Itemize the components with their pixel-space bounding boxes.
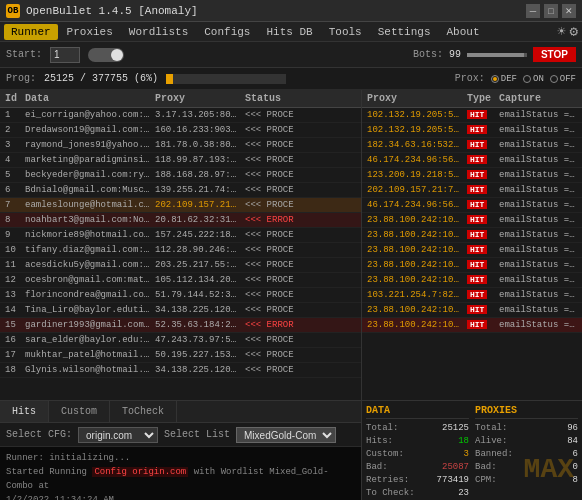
col-data: Data: [23, 92, 153, 105]
menu-runner[interactable]: Runner: [4, 24, 58, 40]
table-row: 202.109.157.21:7890HITemailStatus = VER: [362, 183, 582, 198]
table-row: 5beckyeder@gmail.com:ryhior-xajgU188.168…: [0, 168, 361, 183]
bots-label: Bots:: [413, 49, 443, 60]
table-row: 14Tina_Liro@baylor.edutionadegt34.138.22…: [0, 303, 361, 318]
table-row: 23.88.100.242:10010HITemailStatus = VER: [362, 318, 582, 333]
window-title: OpenBullet 1.4.5 [Anomaly]: [26, 5, 198, 17]
log-line: 1/2/2022 11:34:24 AM.: [6, 493, 355, 500]
data-stats-header: DATA: [366, 405, 469, 419]
tabs-row: Hits Custom ToCheck: [0, 401, 361, 423]
table-row: 46.174.234.96:5678HITemailStatus = UNI: [362, 198, 582, 213]
wl-label: Select List: [164, 429, 230, 440]
table-row: 11acesdicku5y@gmail.com:champ3203.25.217…: [0, 258, 361, 273]
menu-configs[interactable]: Configs: [197, 24, 257, 40]
stat-total: Total: 25125: [366, 422, 469, 435]
table-row: 18Glynis.wilson@hotmail.com:Biscuit034.1…: [0, 363, 361, 378]
stat-hits: Hits: 18: [366, 435, 469, 448]
col-type: Type: [465, 92, 497, 105]
stat-retries: Retries: 773419: [366, 474, 469, 487]
app-icon: OB: [6, 4, 20, 18]
table-row: 9nickmorie89@hotmail.com:flashy123157.24…: [0, 228, 361, 243]
log-area: Runner: initializing... Started Running …: [0, 447, 361, 500]
start-label: Start:: [6, 49, 42, 60]
table-row: 2Dredawson19@gmail.com:Wolfpac160.16.233…: [0, 123, 361, 138]
table-row: 23.88.100.242:10010HITemailStatus = VER: [362, 303, 582, 318]
table-row: 23.88.100.242:10010HITemailStatus = VER: [362, 273, 582, 288]
progress-bar: [166, 74, 286, 84]
cfg-label: Select CFG:: [6, 429, 72, 440]
proxy-on-radio[interactable]: ON: [523, 74, 544, 84]
menu-settings[interactable]: Settings: [371, 24, 438, 40]
menu-proxies[interactable]: Proxies: [60, 24, 120, 40]
table-row: 23.88.100.242:10010HITemailStatus = VER: [362, 243, 582, 258]
stop-button[interactable]: STOP: [533, 47, 576, 62]
title-bar: OB OpenBullet 1.4.5 [Anomaly] ─ □ ✕: [0, 0, 582, 22]
menu-tools[interactable]: Tools: [322, 24, 369, 40]
table-row: 16sara_elder@baylor.edu:baylor2247.243.7…: [0, 333, 361, 348]
data-stats: DATA Total: 25125 Hits: 18 Custom: 3 Ba: [366, 405, 469, 500]
table-row: 17mukhtar_patel@hotmail.com:mavfu50.195.…: [0, 348, 361, 363]
proxy-off-radio[interactable]: OFF: [550, 74, 576, 84]
prox-total: Total: 96: [475, 422, 578, 435]
prox-alive: Alive: 84: [475, 435, 578, 448]
table-row: 7eamleslounge@hotmail.com:Dupers202.109.…: [0, 198, 361, 213]
wl-select[interactable]: MixedGold-Combo: [236, 427, 336, 443]
maximize-button[interactable]: □: [544, 4, 558, 18]
proxy-def-radio[interactable]: DEF: [491, 74, 517, 84]
right-table: Proxy Type Capture 102.132.19.205:5678HI…: [362, 90, 582, 400]
col-capture: Capture: [497, 92, 577, 105]
left-table-body: 1ei_corrigan@yahoo.com:sportsyspic3.17.1…: [0, 108, 361, 398]
config-row: Select CFG: origin.com Select List Mixed…: [0, 423, 361, 447]
left-table-header: Id Data Proxy Status: [0, 90, 361, 108]
table-row: 23.88.100.242:10010HITemailStatus = UNI: [362, 213, 582, 228]
table-row: 23.88.100.242:10010HITemailStatus = VER: [362, 228, 582, 243]
menu-wordlists[interactable]: Wordlists: [122, 24, 195, 40]
menu-bar: Runner Proxies Wordlists Configs Hits DB…: [0, 22, 582, 42]
stats-section: DATA Total: 25125 Hits: 18 Custom: 3 Ba: [366, 405, 578, 500]
right-table-header: Proxy Type Capture: [362, 90, 582, 108]
table-row: 8noahbart3@gmail.com:Noah200120.81.62.32…: [0, 213, 361, 228]
table-row: 15gardiner1993@gmail.com:Superwor52.35.6…: [0, 318, 361, 333]
stat-bad: Bad: 25087: [366, 461, 469, 474]
tab-hits[interactable]: Hits: [0, 401, 49, 422]
table-row: 1ei_corrigan@yahoo.com:sportsyspic3.17.1…: [0, 108, 361, 123]
bottom-left: Hits Custom ToCheck Select CFG: origin.c…: [0, 401, 362, 500]
proxies-stats-header: PROXIES: [475, 405, 578, 419]
tab-custom[interactable]: Custom: [49, 401, 110, 422]
table-row: 46.174.234.96:5678HITemailStatus = VER: [362, 153, 582, 168]
window-controls: ─ □ ✕: [526, 4, 576, 18]
start-input[interactable]: [50, 47, 80, 63]
top-controls: Start: Bots: 99 STOP: [0, 42, 582, 68]
toggle-switch[interactable]: [88, 48, 124, 62]
tab-tocheck[interactable]: ToCheck: [110, 401, 177, 422]
proxy-mode-group: DEF ON OFF: [491, 74, 576, 84]
table-row: 12ocesbron@gmail.com:mathurin105.112.134…: [0, 273, 361, 288]
close-button[interactable]: ✕: [562, 4, 576, 18]
theme-icon[interactable]: ☀: [557, 23, 565, 40]
table-row: 123.200.19.218:5678HITemailStatus = VER: [362, 168, 582, 183]
cfg-select[interactable]: origin.com: [78, 427, 158, 443]
table-row: 102.132.19.205:5678HITemailStatus = VER: [362, 108, 582, 123]
stat-custom: Custom: 3: [366, 448, 469, 461]
bots-value: 99: [449, 49, 461, 60]
right-table-body: 102.132.19.205:5678HITemailStatus = VER …: [362, 108, 582, 398]
col-proxy: Proxy: [153, 92, 243, 105]
proxies-stats: PROXIES Total: 96 Alive: 84 Banned: 6 B: [475, 405, 578, 500]
prox-cpm: CPM: 8: [475, 474, 578, 487]
settings-icon[interactable]: ⚙: [570, 23, 578, 40]
menu-hits-db[interactable]: Hits DB: [259, 24, 319, 40]
table-row: 10tifany.diaz@gmail.com:pass2004112.28.9…: [0, 243, 361, 258]
table-row: 23.88.100.242:10010HITemailStatus = UNI: [362, 258, 582, 273]
prox-banned: Banned: 6: [475, 448, 578, 461]
bots-slider[interactable]: [467, 53, 527, 57]
table-row: 13florincondrea@gmail.com:15197351.79.14…: [0, 288, 361, 303]
menu-about[interactable]: About: [440, 24, 487, 40]
stats-panel: DATA Total: 25125 Hits: 18 Custom: 3 Ba: [362, 401, 582, 500]
minimize-button[interactable]: ─: [526, 4, 540, 18]
main-area: Id Data Proxy Status 1ei_corrigan@yahoo.…: [0, 90, 582, 400]
left-table: Id Data Proxy Status 1ei_corrigan@yahoo.…: [0, 90, 362, 400]
col-status: Status: [243, 92, 313, 105]
table-row: 103.221.254.7:8291HITemailStatus = UNI: [362, 288, 582, 303]
table-row: 3raymond_jones91@yahoo.com:Art9181.78.0.…: [0, 138, 361, 153]
log-line: Runner: initializing...: [6, 451, 355, 465]
